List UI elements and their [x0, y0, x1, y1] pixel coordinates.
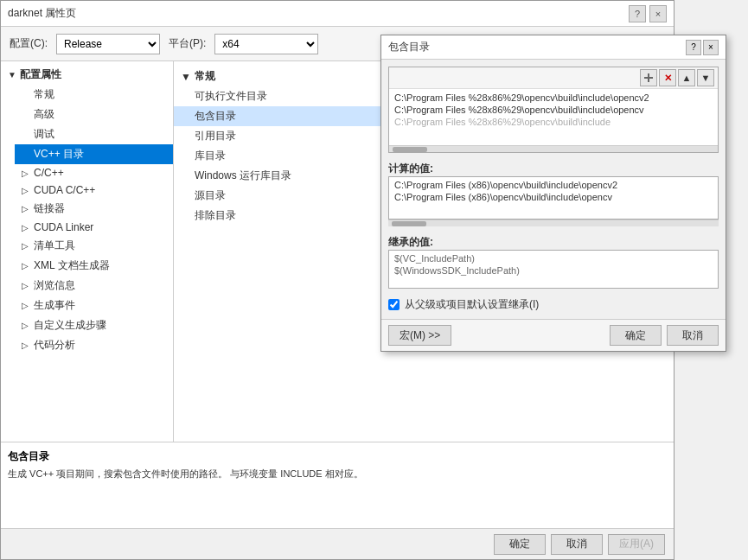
dir-item-3[interactable]: C:\Program Files %28x86%29\opencv\build\… — [393, 116, 687, 128]
tree-arrow-manifest: ▷ — [22, 241, 30, 251]
computed-section: 计算的值: C:\Program Files (x86)\opencv\buil… — [388, 158, 719, 226]
dialog-title-bar: 包含目录 ? × — [381, 35, 726, 60]
tree-item-custom-steps[interactable]: ▷自定义生成步骤 — [15, 315, 173, 335]
inherited-item-1: $(VC_IncludePath) — [393, 252, 714, 264]
tree-arrow-custom-steps: ▷ — [22, 321, 30, 330]
tree-arrow-config-props: ▼ — [8, 70, 16, 80]
tree-label-cuda-cpp: CUDA C/C++ — [34, 184, 95, 196]
tree-arrow-cuda-linker: ▷ — [22, 223, 30, 232]
tree-item-debug[interactable]: 调试 — [15, 124, 173, 144]
dir-list-scrollbar[interactable] — [389, 145, 718, 152]
tree-item-xml-gen[interactable]: ▷XML 文档生成器 — [15, 256, 173, 276]
dialog-body: ✕ ▲ ▼ C:\Program Files %28x86%29\opencv\… — [381, 60, 726, 319]
tree-arrow-build-events: ▷ — [22, 301, 30, 310]
tree-label-c-cpp: C/C++ — [34, 167, 64, 179]
tree-label-code-analysis: 代码分析 — [34, 338, 75, 353]
dialog-ok-button[interactable]: 确定 — [610, 325, 662, 346]
left-tree-panel: ▼配置属性常规高级调试VC++ 目录▷C/C++▷CUDA C/C++▷链接器▷… — [1, 61, 174, 442]
tree-item-c-cpp[interactable]: ▷C/C++ — [15, 164, 173, 181]
tree-item-config-props[interactable]: ▼配置属性 — [1, 65, 173, 85]
platform-select[interactable]: x64 — [214, 34, 318, 54]
tree-arrow-c-cpp: ▷ — [22, 169, 30, 178]
platform-label: 平台(P): — [169, 36, 206, 51]
computed-box: C:\Program Files (x86)\opencv\build\incl… — [388, 176, 719, 220]
tree-label-config-props: 配置属性 — [20, 67, 61, 82]
inherited-label: 继承的值: — [388, 235, 719, 250]
main-title-bar: darknet 属性页 ? × — [1, 1, 674, 27]
dir-item-2[interactable]: C:\Program Files %28x86%29\opencv\build\… — [393, 104, 714, 116]
main-cancel-button[interactable]: 取消 — [551, 534, 603, 555]
include-dirs-dialog: 包含目录 ? × ✕ ▲ — [380, 35, 726, 352]
tree-item-cuda-cpp[interactable]: ▷CUDA C/C++ — [15, 181, 173, 199]
tree-item-advanced[interactable]: 高级 — [15, 105, 173, 124]
dialog-bottom-bar: 宏(M) >> 确定 取消 — [381, 319, 726, 351]
inherited-section: 继承的值: $(VC_IncludePath) $(WindowsSDK_Inc… — [388, 232, 719, 289]
help-button[interactable]: ? — [629, 5, 646, 22]
tree-item-cuda-linker[interactable]: ▷CUDA Linker — [15, 219, 173, 236]
tree-label-vc-dirs: VC++ 目录 — [34, 147, 84, 162]
bottom-description: 生成 VC++ 项目期间，搜索包含文件时使用的路径。 与环境变量 INCLUDE… — [8, 468, 667, 480]
tree-label-build-events: 生成事件 — [34, 298, 75, 313]
tree-item-general[interactable]: 常规 — [15, 85, 173, 105]
tree-arrow-code-analysis: ▷ — [22, 340, 30, 350]
dialog-action-buttons: 确定 取消 — [610, 325, 719, 346]
tree-label-browser: 浏览信息 — [34, 278, 75, 293]
tree-label-linker: 链接器 — [34, 201, 65, 216]
main-ok-button[interactable]: 确定 — [494, 534, 546, 555]
tree-label-custom-steps: 自定义生成步骤 — [34, 318, 106, 333]
dialog-title: 包含目录 — [388, 40, 430, 54]
tree-arrow-linker: ▷ — [22, 204, 30, 213]
svg-rect-1 — [648, 73, 649, 82]
bottom-panel: 包含目录 生成 VC++ 项目期间，搜索包含文件时使用的路径。 与环境变量 IN… — [1, 442, 674, 528]
inherit-checkbox-label: 从父级或项目默认设置继承(I) — [405, 297, 539, 312]
main-window-title: darknet 属性页 — [8, 6, 76, 21]
tree-label-advanced: 高级 — [34, 107, 54, 122]
tree-label-debug: 调试 — [34, 127, 54, 142]
section-arrow: ▼ — [181, 71, 191, 83]
inherit-checkbox-row: 从父级或项目默认设置继承(I) — [388, 297, 719, 312]
tree-arrow-xml-gen: ▷ — [22, 261, 30, 270]
close-button[interactable]: × — [649, 5, 667, 22]
inherit-checkbox[interactable] — [388, 299, 400, 310]
tree-item-manifest[interactable]: ▷清单工具 — [15, 236, 173, 256]
move-up-button[interactable]: ▲ — [678, 69, 695, 86]
inherited-item-2: $(WindowsSDK_IncludePath) — [393, 264, 714, 277]
tree-label-general: 常规 — [34, 87, 54, 102]
scrollbar-thumb — [393, 147, 427, 152]
dialog-close-btn[interactable]: × — [703, 40, 719, 55]
tree-item-vc-dirs[interactable]: VC++ 目录 — [15, 144, 173, 164]
tree-item-linker[interactable]: ▷链接器 — [15, 199, 173, 219]
main-bottom-bar: 确定 取消 应用(A) — [1, 528, 674, 559]
dir-edit-area: ✕ ▲ ▼ C:\Program Files %28x86%29\opencv\… — [388, 67, 719, 153]
computed-item-2: C:\Program Files (x86)\opencv\build\incl… — [393, 191, 714, 203]
tree-item-code-analysis[interactable]: ▷代码分析 — [15, 335, 173, 355]
computed-label: 计算的值: — [388, 162, 719, 176]
dir-item-1[interactable]: C:\Program Files %28x86%29\opencv\build\… — [393, 92, 714, 104]
dir-list-section: ✕ ▲ ▼ C:\Program Files %28x86%29\opencv\… — [388, 67, 719, 153]
config-label: 配置(C): — [10, 36, 48, 51]
dialog-cancel-button[interactable]: 取消 — [667, 325, 719, 346]
config-select[interactable]: Release — [56, 34, 160, 54]
tree-label-cuda-linker: CUDA Linker — [34, 221, 93, 233]
macro-button[interactable]: 宏(M) >> — [388, 325, 451, 346]
dir-list: C:\Program Files %28x86%29\opencv\build\… — [389, 89, 718, 145]
delete-dir-button[interactable]: ✕ — [659, 69, 676, 86]
main-apply-button[interactable]: 应用(A) — [608, 534, 665, 555]
tree-item-build-events[interactable]: ▷生成事件 — [15, 296, 173, 315]
section-title: 常规 — [195, 69, 215, 84]
computed-item-1: C:\Program Files (x86)\opencv\build\incl… — [393, 179, 714, 191]
computed-scrollbar[interactable] — [388, 220, 719, 226]
tree-item-browser[interactable]: ▷浏览信息 — [15, 276, 173, 296]
inherited-box: $(VC_IncludePath) $(WindowsSDK_IncludePa… — [388, 250, 719, 289]
tree-arrow-browser: ▷ — [22, 281, 30, 290]
tree-label-xml-gen: XML 文档生成器 — [34, 258, 110, 273]
dir-toolbar: ✕ ▲ ▼ — [389, 67, 718, 89]
bottom-section-title: 包含目录 — [8, 449, 667, 464]
dialog-help-btn[interactable]: ? — [686, 40, 701, 55]
computed-thumb — [392, 221, 426, 226]
move-down-button[interactable]: ▼ — [697, 69, 714, 86]
title-bar-buttons: ? × — [629, 5, 667, 22]
dialog-title-buttons: ? × — [686, 40, 719, 55]
tree-arrow-cuda-cpp: ▷ — [22, 186, 30, 195]
add-dir-button[interactable] — [640, 69, 657, 86]
